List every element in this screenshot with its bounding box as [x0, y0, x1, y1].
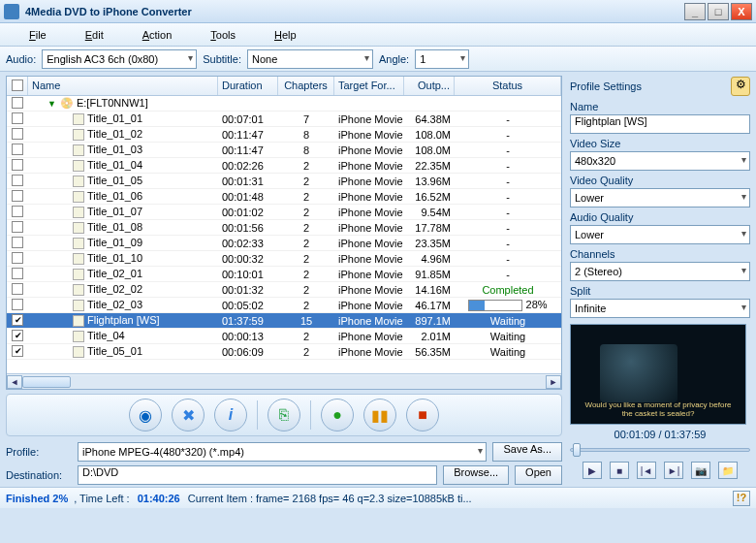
col-name[interactable]: Name	[28, 77, 218, 95]
destination-input[interactable]: D:\DVD	[78, 465, 437, 485]
row-checkbox[interactable]	[12, 206, 23, 217]
col-chapters[interactable]: Chapters	[278, 77, 334, 95]
table-row[interactable]: Title_01_0900:02:332iPhone Movie23.35M-	[7, 236, 561, 251]
profile-label: Profile:	[6, 446, 72, 458]
minimize-button[interactable]: _	[684, 3, 706, 20]
play-button[interactable]: ▶	[583, 462, 602, 479]
add-file-button[interactable]: ⎘	[268, 399, 300, 431]
row-checkbox[interactable]	[12, 345, 23, 357]
status-timeleft: 01:40:26	[138, 493, 180, 504]
close-button[interactable]: X	[731, 3, 752, 20]
ps-vqual-combo[interactable]: Lower	[570, 188, 750, 208]
ps-name-input[interactable]: Flightplan [WS]	[570, 114, 750, 134]
row-checkbox[interactable]	[12, 221, 23, 233]
stop-button[interactable]: ■	[406, 399, 439, 431]
col-output[interactable]: Outp...	[404, 77, 455, 95]
angle-combo[interactable]: 1	[415, 49, 469, 69]
info-button[interactable]: i	[214, 399, 247, 431]
menu-file[interactable]: File	[10, 25, 66, 45]
subtitle-label: Subtitle:	[203, 53, 241, 65]
ps-name-label: Name	[570, 101, 750, 112]
file-icon	[73, 284, 84, 296]
table-row[interactable]: Title_02_0200:01:322iPhone Movie14.16MCo…	[7, 282, 561, 298]
start-button[interactable]: ●	[321, 399, 354, 431]
audio-combo[interactable]: English AC3 6ch (0x80)	[42, 49, 197, 69]
menu-edit[interactable]: Edit	[66, 25, 123, 45]
alert-icon[interactable]: !?	[733, 491, 750, 506]
save-as-button[interactable]: Save As...	[492, 442, 562, 462]
menu-tools[interactable]: Tools	[191, 25, 255, 45]
menu-action[interactable]: Action	[123, 25, 192, 45]
record-button[interactable]: ◉	[129, 399, 162, 431]
row-checkbox[interactable]	[12, 190, 23, 202]
row-checkbox[interactable]	[12, 159, 23, 171]
pause-button[interactable]: ▮▮	[363, 399, 396, 431]
seek-slider[interactable]	[570, 442, 750, 458]
profile-combo[interactable]: iPhone MPEG-4(480*320) (*.mp4)	[78, 442, 487, 462]
table-row[interactable]: Title_01_0800:01:562iPhone Movie17.78M-	[7, 220, 561, 236]
row-checkbox[interactable]	[12, 268, 23, 279]
file-icon	[73, 238, 84, 249]
row-checkbox[interactable]	[12, 112, 23, 124]
row-checkbox[interactable]	[12, 175, 23, 186]
row-checkbox[interactable]	[12, 252, 23, 264]
scroll-left-icon[interactable]: ◄	[7, 375, 22, 389]
maximize-button[interactable]: □	[708, 3, 729, 20]
row-checkbox[interactable]	[12, 128, 23, 140]
row-checkbox[interactable]	[12, 237, 23, 248]
delete-button[interactable]: ✖	[172, 399, 205, 431]
destination-label: Destination:	[6, 469, 72, 481]
row-checkbox[interactable]	[12, 283, 23, 295]
col-check[interactable]	[7, 77, 28, 95]
table-row[interactable]: Title_01_0700:01:022iPhone Movie9.54M-	[7, 205, 561, 220]
ps-chan-label: Channels	[570, 248, 750, 260]
menu-help[interactable]: Help	[255, 25, 316, 45]
table-row[interactable]: Title_01_0200:11:478iPhone Movie108.0M-	[7, 127, 561, 143]
audio-label: Audio:	[6, 53, 36, 65]
folder-button[interactable]: 📁	[718, 462, 738, 479]
table-row[interactable]: Flightplan [WS]01:37:5915iPhone Movie897…	[7, 313, 561, 329]
col-status[interactable]: Status	[455, 77, 561, 95]
expand-icon[interactable]: ▼	[47, 99, 56, 109]
table-row[interactable]: Title_05_0100:06:092iPhone Movie56.35MWa…	[7, 344, 561, 360]
table-row[interactable]: Title_0400:00:132iPhone Movie2.01MWaitin…	[7, 329, 561, 344]
disc-row[interactable]: ▼📀 E:[FLT0NNW1]	[7, 96, 561, 112]
snapshot-button[interactable]: 📷	[691, 462, 710, 479]
ps-split-combo[interactable]: Infinite	[570, 299, 750, 318]
ps-chan-combo[interactable]: 2 (Stereo)	[570, 262, 750, 281]
table-row[interactable]: Title_01_0400:02:262iPhone Movie22.35M-	[7, 158, 561, 174]
ps-vsize-combo[interactable]: 480x320	[570, 151, 750, 171]
h-scrollbar[interactable]: ◄ ►	[7, 373, 561, 389]
player-stop-button[interactable]: ■	[610, 462, 629, 479]
prev-button[interactable]: |◄	[637, 462, 656, 479]
row-checkbox[interactable]	[12, 299, 23, 310]
table-row[interactable]: Title_01_0600:01:482iPhone Movie16.52M-	[7, 189, 561, 205]
row-checkbox[interactable]	[12, 314, 23, 326]
file-icon	[73, 113, 84, 125]
table-row[interactable]: Title_02_0100:10:012iPhone Movie91.85M-	[7, 267, 561, 282]
table-row[interactable]: Title_02_0300:05:022iPhone Movie46.17M 2…	[7, 298, 561, 313]
table-row[interactable]: Title_01_0300:11:478iPhone Movie108.0M-	[7, 143, 561, 158]
col-duration[interactable]: Duration	[218, 77, 278, 95]
browse-button[interactable]: Browse...	[443, 465, 509, 485]
video-preview[interactable]: Would you like a moment of privacy befor…	[570, 324, 746, 425]
table-row[interactable]: Title_01_1000:00:322iPhone Movie4.96M-	[7, 251, 561, 267]
next-button[interactable]: ►|	[664, 462, 683, 479]
ps-vqual-label: Video Quality	[570, 175, 750, 186]
scroll-right-icon[interactable]: ►	[546, 375, 561, 389]
table-body[interactable]: ▼📀 E:[FLT0NNW1]Title_01_0100:07:017iPhon…	[7, 96, 561, 373]
subtitle-combo[interactable]: None	[247, 49, 373, 69]
col-target[interactable]: Target For...	[334, 77, 404, 95]
ps-aqual-label: Audio Quality	[570, 211, 750, 223]
ps-aqual-combo[interactable]: Lower	[570, 225, 750, 244]
statusbar: Finished 2% , Time Left : 01:40:26 Curre…	[0, 487, 756, 508]
row-checkbox[interactable]	[12, 330, 23, 341]
table-row[interactable]: Title_01_0500:01:312iPhone Movie13.96M-	[7, 174, 561, 189]
gear-icon[interactable]: ⚙	[731, 77, 750, 96]
profile-settings-header: Profile Settings	[570, 80, 731, 92]
row-checkbox[interactable]	[12, 144, 23, 155]
file-icon	[73, 222, 84, 234]
scroll-thumb[interactable]	[22, 376, 71, 388]
open-button[interactable]: Open	[515, 465, 562, 485]
table-row[interactable]: Title_01_0100:07:017iPhone Movie64.38M-	[7, 112, 561, 127]
